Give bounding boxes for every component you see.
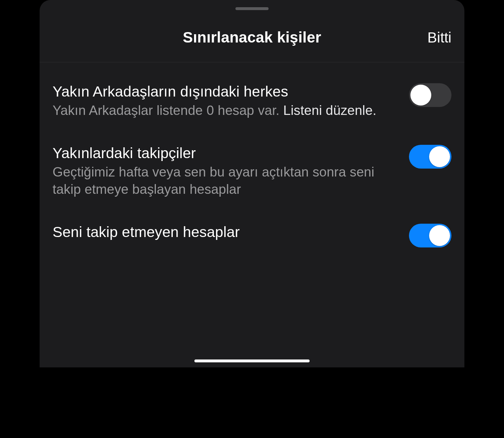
setting-row-close-friends: Yakın Arkadaşların dışındaki herkes Yakı… bbox=[53, 74, 451, 135]
setting-row-non-followers: Seni takip etmeyen hesaplar bbox=[53, 214, 451, 264]
settings-list: Yakın Arkadaşların dışındaki herkes Yakı… bbox=[40, 62, 464, 264]
toggle-close-friends[interactable] bbox=[409, 83, 451, 107]
setting-text: Yakın Arkadaşların dışındaki herkes Yakı… bbox=[53, 82, 399, 119]
toggle-knob bbox=[410, 85, 431, 106]
edit-list-link[interactable]: Listeni düzenle. bbox=[283, 103, 377, 118]
toggle-non-followers[interactable] bbox=[409, 224, 451, 247]
setting-desc-text: Yakın Arkadaşlar listende 0 hesap var. bbox=[53, 103, 283, 118]
setting-text: Seni takip etmeyen hesaplar bbox=[53, 223, 399, 241]
settings-sheet: Sınırlanacak kişiler Bitti Yakın Arkadaş… bbox=[40, 0, 464, 367]
toggle-recent-followers[interactable] bbox=[409, 145, 451, 169]
toggle-knob bbox=[429, 146, 450, 167]
setting-description: Yakın Arkadaşlar listende 0 hesap var. L… bbox=[53, 102, 399, 119]
sheet-header: Sınırlanacak kişiler Bitti bbox=[40, 27, 464, 48]
home-indicator[interactable] bbox=[194, 359, 310, 362]
sheet-grabber[interactable] bbox=[235, 7, 269, 10]
setting-title: Yakın Arkadaşların dışındaki herkes bbox=[53, 82, 399, 100]
setting-row-recent-followers: Yakınlardaki takipçiler Geçtiğimiz hafta… bbox=[53, 135, 451, 214]
done-button[interactable]: Bitti bbox=[427, 30, 451, 46]
toggle-knob bbox=[429, 225, 450, 246]
page-title: Sınırlanacak kişiler bbox=[183, 29, 321, 46]
home-indicator-area bbox=[40, 359, 464, 362]
setting-title: Yakınlardaki takipçiler bbox=[53, 144, 399, 162]
setting-title: Seni takip etmeyen hesaplar bbox=[53, 223, 399, 241]
setting-desc-text: Geçtiğimiz hafta veya sen bu ayarı açtık… bbox=[53, 165, 374, 196]
setting-description: Geçtiğimiz hafta veya sen bu ayarı açtık… bbox=[53, 164, 399, 198]
setting-text: Yakınlardaki takipçiler Geçtiğimiz hafta… bbox=[53, 144, 399, 198]
